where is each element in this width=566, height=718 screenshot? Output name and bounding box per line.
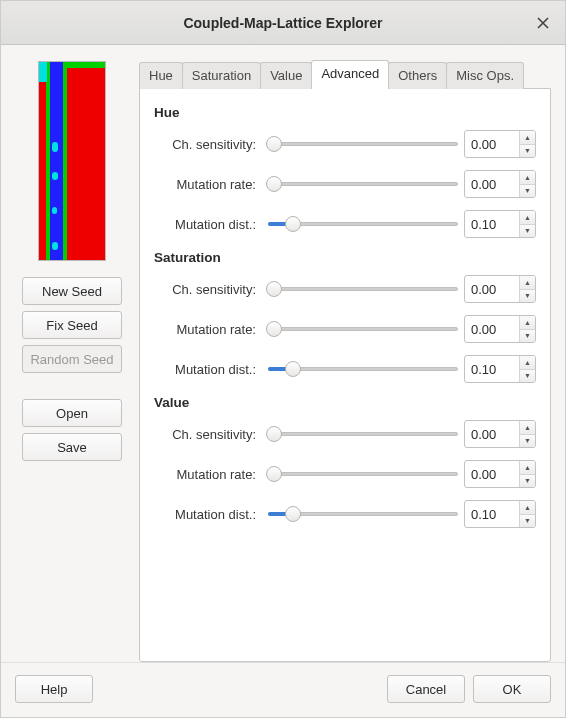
section-title-value: Value [154,395,536,410]
slider[interactable] [268,464,458,484]
ok-button[interactable]: OK [473,675,551,703]
spin-up-icon[interactable]: ▲ [520,421,535,435]
spin-up-icon[interactable]: ▲ [520,461,535,475]
slider[interactable] [268,174,458,194]
param-row: Mutation rate:0.00▲▼ [154,170,536,198]
tab-value[interactable]: Value [260,62,312,89]
spin-value[interactable]: 0.00 [465,316,519,342]
tab-content: HueCh. sensitivity:0.00▲▼Mutation rate:0… [139,88,551,662]
spin-input[interactable]: 0.00▲▼ [464,315,536,343]
slider-thumb[interactable] [285,361,301,377]
open-button[interactable]: Open [22,399,122,427]
slider-thumb[interactable] [266,321,282,337]
slider[interactable] [268,319,458,339]
slider-thumb[interactable] [266,466,282,482]
spin-down-icon[interactable]: ▼ [520,145,535,158]
slider[interactable] [268,504,458,524]
spin-value[interactable]: 0.10 [465,356,519,382]
preview-image [38,61,106,261]
param-label: Mutation rate: [164,467,262,482]
param-label: Mutation dist.: [164,217,262,232]
param-row: Mutation dist.:0.10▲▼ [154,355,536,383]
param-label: Mutation rate: [164,322,262,337]
spin-up-icon[interactable]: ▲ [520,131,535,145]
slider[interactable] [268,279,458,299]
param-row: Ch. sensitivity:0.00▲▼ [154,420,536,448]
spin-value[interactable]: 0.00 [465,171,519,197]
spin-value[interactable]: 0.10 [465,211,519,237]
slider-thumb[interactable] [266,281,282,297]
param-row: Mutation dist.:0.10▲▼ [154,210,536,238]
dialog-footer: Help Cancel OK [1,662,565,717]
cancel-button[interactable]: Cancel [387,675,465,703]
spin-down-icon[interactable]: ▼ [520,370,535,383]
spin-up-icon[interactable]: ▲ [520,171,535,185]
param-label: Ch. sensitivity: [164,137,262,152]
slider[interactable] [268,424,458,444]
spin-down-icon[interactable]: ▼ [520,515,535,528]
spin-up-icon[interactable]: ▲ [520,316,535,330]
param-label: Ch. sensitivity: [164,427,262,442]
spin-down-icon[interactable]: ▼ [520,435,535,448]
spin-input[interactable]: 0.00▲▼ [464,420,536,448]
spin-up-icon[interactable]: ▲ [520,211,535,225]
param-label: Mutation dist.: [164,507,262,522]
content-area: New Seed Fix Seed Random Seed Open Save … [1,45,565,662]
tab-bar: Hue Saturation Value Advanced Others Mis… [139,61,551,89]
window-title: Coupled-Map-Lattice Explorer [183,15,382,31]
spin-up-icon[interactable]: ▲ [520,501,535,515]
tab-advanced[interactable]: Advanced [311,60,389,89]
spin-input[interactable]: 0.00▲▼ [464,170,536,198]
slider-thumb[interactable] [266,136,282,152]
section-title-hue: Hue [154,105,536,120]
fix-seed-button[interactable]: Fix Seed [22,311,122,339]
spin-down-icon[interactable]: ▼ [520,330,535,343]
spin-input[interactable]: 0.10▲▼ [464,210,536,238]
dialog-window: Coupled-Map-Lattice Explorer New Seed Fi… [0,0,566,718]
slider-thumb[interactable] [266,426,282,442]
spin-down-icon[interactable]: ▼ [520,185,535,198]
spin-value[interactable]: 0.00 [465,276,519,302]
slider[interactable] [268,359,458,379]
random-seed-button: Random Seed [22,345,122,373]
param-row: Mutation rate:0.00▲▼ [154,460,536,488]
param-row: Ch. sensitivity:0.00▲▼ [154,130,536,158]
save-button[interactable]: Save [22,433,122,461]
spin-down-icon[interactable]: ▼ [520,290,535,303]
spin-input[interactable]: 0.10▲▼ [464,500,536,528]
tab-hue[interactable]: Hue [139,62,183,89]
spin-input[interactable]: 0.00▲▼ [464,130,536,158]
spin-input[interactable]: 0.00▲▼ [464,460,536,488]
spin-value[interactable]: 0.10 [465,501,519,527]
main-panel: Hue Saturation Value Advanced Others Mis… [139,61,551,662]
slider-thumb[interactable] [266,176,282,192]
spin-up-icon[interactable]: ▲ [520,356,535,370]
tab-saturation[interactable]: Saturation [182,62,261,89]
help-button[interactable]: Help [15,675,93,703]
param-row: Ch. sensitivity:0.00▲▼ [154,275,536,303]
param-row: Mutation rate:0.00▲▼ [154,315,536,343]
slider[interactable] [268,214,458,234]
slider-thumb[interactable] [285,216,301,232]
close-icon[interactable] [533,13,553,33]
param-label: Mutation rate: [164,177,262,192]
new-seed-button[interactable]: New Seed [22,277,122,305]
spin-value[interactable]: 0.00 [465,131,519,157]
sidebar: New Seed Fix Seed Random Seed Open Save [15,61,129,662]
titlebar: Coupled-Map-Lattice Explorer [1,1,565,45]
spin-down-icon[interactable]: ▼ [520,475,535,488]
tab-misc-ops[interactable]: Misc Ops. [446,62,524,89]
slider[interactable] [268,134,458,154]
slider-thumb[interactable] [285,506,301,522]
param-label: Mutation dist.: [164,362,262,377]
spin-input[interactable]: 0.10▲▼ [464,355,536,383]
param-label: Ch. sensitivity: [164,282,262,297]
spin-input[interactable]: 0.00▲▼ [464,275,536,303]
spin-up-icon[interactable]: ▲ [520,276,535,290]
spin-down-icon[interactable]: ▼ [520,225,535,238]
spin-value[interactable]: 0.00 [465,461,519,487]
spin-value[interactable]: 0.00 [465,421,519,447]
section-title-saturation: Saturation [154,250,536,265]
param-row: Mutation dist.:0.10▲▼ [154,500,536,528]
tab-others[interactable]: Others [388,62,447,89]
